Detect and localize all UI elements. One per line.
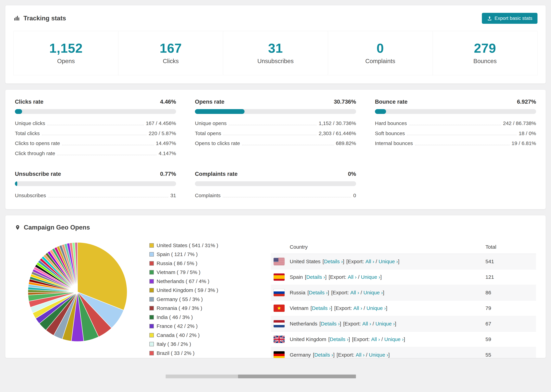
country-row: United Kingdom [Details ›] [Export: All … (271, 332, 536, 347)
rate-row: Soft bounces 18 / 0% (375, 131, 536, 136)
country-total: 86 (486, 290, 533, 295)
rate-progress-bar (375, 109, 536, 114)
legend-label: Brazil ( 33 / 2% ) (156, 350, 195, 357)
rate-rows: Complaints 0 (195, 193, 356, 199)
country-export-all-link[interactable]: All › (353, 305, 362, 311)
legend-color-swatch (149, 297, 154, 301)
rate-row-label: Unique opens (195, 120, 226, 126)
geo-pie-chart-wrap (26, 241, 129, 344)
dotted-leader (409, 125, 501, 125)
rate-progress-fill (375, 109, 386, 114)
country-flag-icon (274, 258, 285, 265)
horizontal-scrollbar-track[interactable] (166, 375, 356, 378)
rate-row-value: 18 / 0% (519, 131, 536, 136)
legend-item: United Kingdom ( 59 / 3% ) (149, 287, 245, 294)
rate-title: Complaints rate (195, 171, 238, 177)
legend-label: United States ( 541 / 31% ) (156, 242, 218, 249)
rates-card: Clicks rate 4.46% Unique clicks 167 / 4.… (5, 90, 546, 209)
rate-row: Unsubscribes 31 (15, 193, 176, 199)
rate-row-value: 2,303 / 61.446% (319, 131, 356, 136)
country-export-all-link[interactable]: All › (348, 274, 357, 280)
rate-panel: Clicks rate 4.46% Unique clicks 167 / 4.… (15, 98, 176, 156)
country-export-unique-link[interactable]: Unique › (367, 305, 386, 311)
country-total: 59 (486, 336, 533, 342)
country-cell: Netherlands [Details ›] [Export: All › /… (274, 320, 486, 327)
country-details-link[interactable]: Details › (306, 274, 325, 280)
legend-color-swatch (149, 243, 154, 248)
country-export-unique-link[interactable]: Unique › (379, 259, 398, 264)
rate-value: 0% (348, 171, 356, 177)
rate-panel: Opens rate 30.736% Unique opens 1,152 / … (195, 98, 356, 156)
country-export-unique-link[interactable]: Unique › (361, 274, 380, 280)
stat-label: Clicks (118, 58, 223, 64)
dotted-leader (62, 145, 154, 145)
dotted-leader (42, 135, 147, 135)
rate-row: Unique opens 1,152 / 30.736% (195, 120, 356, 126)
country-export-unique-link[interactable]: Unique › (375, 321, 395, 327)
legend-item: Spain ( 121 / 7% ) (149, 251, 245, 258)
country-export-all-link[interactable]: All › (356, 352, 365, 358)
country-export-all-link[interactable]: All › (366, 259, 374, 264)
stat-box: 31 Unsubscribes (223, 31, 328, 75)
rate-panel: Unsubscribe rate 0.77% Unsubscribes 31 (15, 171, 176, 199)
rate-row-label: Soft bounces (375, 131, 405, 136)
country-name: United States (290, 259, 320, 264)
rate-header: Bounce rate 6.927% (375, 98, 536, 105)
stat-label: Unsubscribes (223, 58, 328, 64)
country-details-link[interactable]: Details › (330, 336, 349, 342)
country-details-link[interactable]: Details › (324, 259, 343, 264)
rate-value: 4.46% (160, 98, 176, 105)
legend-label: Vietnam ( 79 / 5% ) (156, 269, 200, 276)
country-name: Russia (290, 290, 305, 295)
rate-value: 6.927% (517, 98, 536, 105)
legend-label: France ( 42 / 2% ) (156, 323, 198, 330)
country-export-unique-link[interactable]: Unique › (369, 352, 388, 358)
rate-rows: Unique clicks 167 / 4.456% Total clicks … (15, 120, 176, 156)
dotted-leader (223, 197, 351, 197)
country-name: Netherlands (290, 321, 318, 327)
country-export-unique-link[interactable]: Unique › (384, 336, 404, 342)
country-cell: United Kingdom [Details ›] [Export: All … (274, 336, 486, 343)
country-details-link[interactable]: Details › (309, 290, 328, 295)
country-export-all-link[interactable]: All › (350, 290, 359, 295)
country-total: 79 (486, 305, 533, 311)
stat-box: 1,152 Opens (14, 31, 118, 75)
country-details-link[interactable]: Details › (312, 305, 331, 311)
country-flag-icon (274, 305, 285, 312)
country-details-link[interactable]: Details › (314, 352, 333, 358)
dotted-leader (415, 145, 509, 145)
rate-row-label: Click through rate (15, 151, 55, 156)
country-export-all-link[interactable]: All › (371, 336, 380, 342)
country-details-link[interactable]: Details › (321, 321, 340, 327)
country-export-unique-link[interactable]: Unique › (363, 290, 383, 295)
legend-color-swatch (149, 261, 154, 266)
rate-header: Unsubscribe rate 0.77% (15, 171, 176, 177)
bar-chart-icon (14, 15, 20, 21)
geo-pie-chart (26, 241, 129, 343)
tracking-stats-title-text: Tracking stats (23, 15, 66, 22)
rate-row: Unique clicks 167 / 4.456% (15, 120, 176, 126)
country-name: Vietnam (290, 305, 309, 311)
rate-row-label: Complaints (195, 193, 221, 199)
rate-row: Click through rate 4.147% (15, 151, 176, 156)
country-export-all-link[interactable]: All › (362, 321, 371, 327)
rate-progress-fill (15, 181, 17, 186)
legend-label: Netherlands ( 67 / 4% ) (156, 278, 209, 285)
dotted-leader (242, 145, 334, 145)
rates-grid: Clicks rate 4.46% Unique clicks 167 / 4.… (15, 98, 536, 199)
rate-value: 30.736% (334, 98, 356, 105)
legend-item: France ( 42 / 2% ) (149, 323, 245, 330)
export-basic-stats-button[interactable]: Export basic stats (482, 13, 537, 24)
rate-row-label: Hard bounces (375, 120, 407, 126)
legend-color-swatch (149, 333, 154, 337)
export-prefix-label: Export: (336, 305, 352, 311)
stat-value: 279 (433, 41, 537, 56)
country-row: Netherlands [Details ›] [Export: All › /… (271, 316, 536, 332)
dotted-leader (48, 197, 168, 197)
horizontal-scrollbar-thumb[interactable] (238, 375, 356, 378)
legend-item: Germany ( 55 / 3% ) (149, 296, 245, 303)
legend-item: United States ( 541 / 31% ) (149, 242, 245, 249)
rate-row-label: Unique clicks (15, 120, 45, 126)
legend-color-swatch (149, 252, 154, 257)
rate-row: Clicks to opens rate 14.497% (15, 140, 176, 147)
